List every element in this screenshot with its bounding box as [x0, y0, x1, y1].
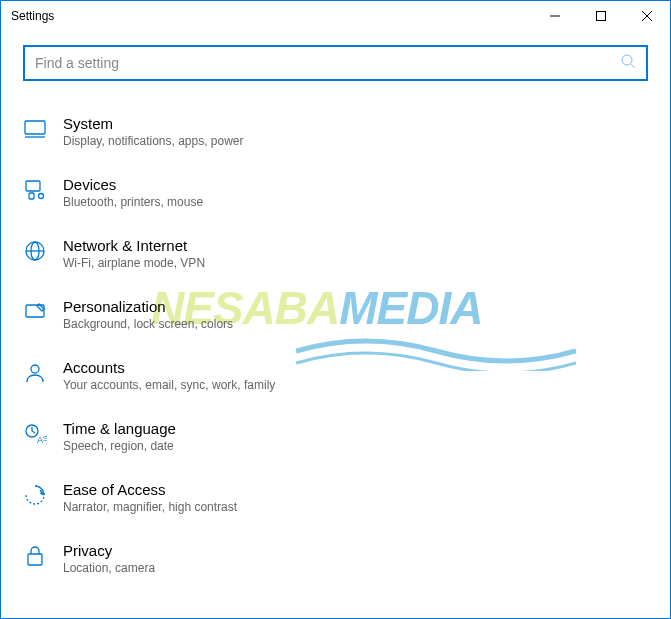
search-box[interactable]	[23, 45, 648, 81]
settings-item-privacy[interactable]: Privacy Location, camera	[23, 528, 648, 589]
personalization-icon	[23, 300, 47, 324]
item-desc: Your accounts, email, sync, work, family	[63, 378, 275, 392]
search-icon	[620, 53, 636, 73]
svg-line-5	[631, 64, 635, 68]
accounts-icon	[23, 361, 47, 385]
item-title: Devices	[63, 176, 203, 193]
svg-point-10	[39, 194, 44, 199]
svg-rect-18	[28, 554, 42, 565]
settings-item-accounts[interactable]: Accounts Your accounts, email, sync, wor…	[23, 345, 648, 406]
time-language-icon: A字	[23, 422, 47, 446]
item-title: System	[63, 115, 244, 132]
settings-item-personalization[interactable]: Personalization Background, lock screen,…	[23, 284, 648, 345]
item-title: Accounts	[63, 359, 275, 376]
window-controls	[532, 1, 670, 31]
search-input[interactable]	[35, 55, 620, 71]
search-container	[23, 45, 648, 81]
item-title: Privacy	[63, 542, 155, 559]
svg-text:A字: A字	[37, 435, 47, 445]
window-title: Settings	[11, 9, 532, 23]
svg-rect-1	[597, 12, 606, 21]
item-desc: Bluetooth, printers, mouse	[63, 195, 203, 209]
item-desc: Wi-Fi, airplane mode, VPN	[63, 256, 205, 270]
item-desc: Background, lock screen, colors	[63, 317, 233, 331]
settings-item-ease-of-access[interactable]: Ease of Access Narrator, magnifier, high…	[23, 467, 648, 528]
titlebar: Settings	[1, 1, 670, 31]
item-desc: Speech, region, date	[63, 439, 176, 453]
svg-rect-9	[29, 193, 34, 199]
ease-of-access-icon	[23, 483, 47, 507]
globe-icon	[23, 239, 47, 263]
svg-rect-6	[25, 121, 45, 134]
svg-point-15	[31, 365, 39, 373]
settings-item-system[interactable]: System Display, notifications, apps, pow…	[23, 101, 648, 162]
devices-icon	[23, 178, 47, 202]
settings-item-network[interactable]: Network & Internet Wi-Fi, airplane mode,…	[23, 223, 648, 284]
close-button[interactable]	[624, 1, 670, 31]
settings-item-time-language[interactable]: A字 Time & language Speech, region, date	[23, 406, 648, 467]
item-title: Ease of Access	[63, 481, 237, 498]
item-title: Personalization	[63, 298, 233, 315]
settings-list: System Display, notifications, apps, pow…	[1, 91, 670, 589]
system-icon	[23, 117, 47, 141]
svg-point-4	[622, 55, 632, 65]
item-desc: Location, camera	[63, 561, 155, 575]
lock-icon	[23, 544, 47, 568]
item-title: Time & language	[63, 420, 176, 437]
item-desc: Narrator, magnifier, high contrast	[63, 500, 237, 514]
minimize-button[interactable]	[532, 1, 578, 31]
settings-item-devices[interactable]: Devices Bluetooth, printers, mouse	[23, 162, 648, 223]
item-title: Network & Internet	[63, 237, 205, 254]
maximize-button[interactable]	[578, 1, 624, 31]
svg-rect-8	[26, 181, 40, 191]
item-desc: Display, notifications, apps, power	[63, 134, 244, 148]
